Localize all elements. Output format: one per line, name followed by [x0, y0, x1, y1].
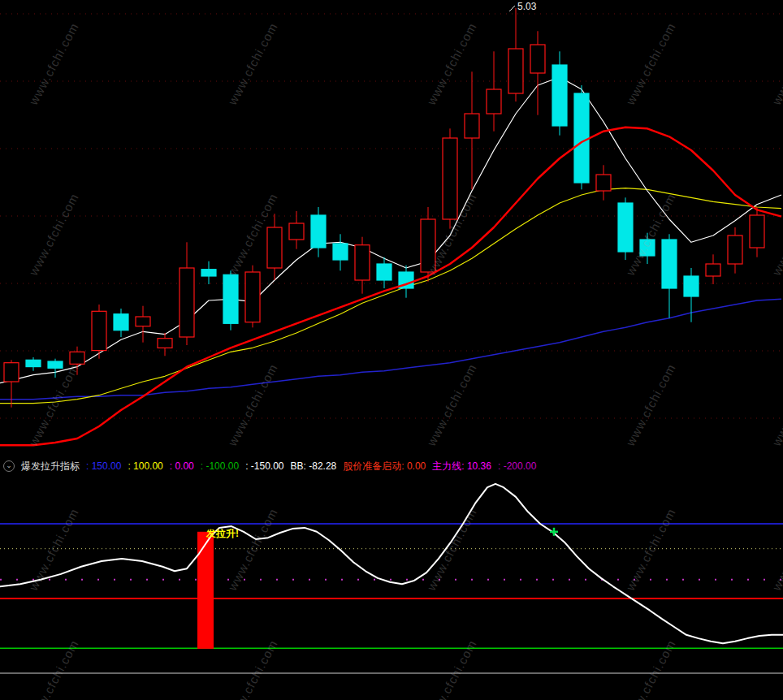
candle-down: [377, 257, 392, 288]
candle-up: [508, 8, 523, 102]
candle-up: [487, 51, 501, 131]
stock-chart-screen: 5.03 ⌄ 爆发拉升指标 : 150.00: 100.00: 0.00: -1…: [0, 0, 783, 700]
indicator-value-3: : -100.00: [201, 458, 239, 474]
indicator-header[interactable]: ⌄ 爆发拉升指标 : 150.00: 100.00: 0.00: -100.00…: [0, 458, 783, 474]
signal-bar: [197, 532, 214, 649]
candle-up: [180, 242, 194, 345]
candle-up: [289, 211, 304, 249]
candle-up: [245, 266, 260, 328]
indicator-value-5: BB: -82.28: [291, 458, 337, 474]
collapse-icon[interactable]: ⌄: [3, 460, 15, 472]
candlestick-chart: [0, 0, 783, 458]
candle-up: [596, 165, 611, 200]
candle-down: [333, 234, 348, 270]
candle-down: [201, 261, 216, 284]
candle-down: [574, 85, 589, 189]
candle-up: [267, 214, 282, 280]
indicator-value-0: : 150.00: [86, 458, 121, 474]
candle-up: [750, 207, 764, 257]
candle-up: [92, 305, 106, 359]
candle-up: [706, 254, 720, 284]
ma-white: [0, 77, 781, 383]
signal-label: 发拉升!: [206, 527, 239, 541]
indicator-value-8: : -200.00: [498, 458, 536, 474]
peak-price-label: 5.03: [517, 1, 536, 12]
candle-down: [552, 51, 567, 135]
candle-up: [70, 347, 84, 375]
price-chart-pane[interactable]: 5.03: [0, 0, 783, 458]
indicator-value-4: : -150.00: [245, 458, 283, 474]
candle-down: [26, 357, 41, 371]
candle-up: [465, 71, 479, 189]
candle-down: [640, 233, 655, 264]
candle-down: [662, 234, 677, 318]
indicator-value-6: 股价准备启动: 0.00: [343, 458, 426, 474]
candle-up: [4, 360, 19, 407]
candle-up: [728, 227, 742, 274]
indicator-value-2: : 0.00: [170, 458, 194, 474]
candle-up: [158, 333, 172, 356]
indicator-title: 爆发拉升指标: [21, 458, 80, 474]
candle-down: [48, 359, 63, 378]
indicator-chart: [0, 474, 783, 700]
ma-yellow: [0, 188, 781, 404]
indicator-value-1: : 100.00: [128, 458, 162, 474]
peak-pointer: [509, 6, 515, 11]
candle-down: [311, 207, 326, 257]
candle-down: [223, 270, 238, 330]
candle-down: [618, 197, 633, 260]
indicator-value-7: 主力线: 10.36: [432, 458, 491, 474]
candle-up: [443, 128, 457, 228]
candle-up: [355, 237, 370, 294]
main-force-line: [0, 484, 783, 643]
indicator-pane[interactable]: 发拉升!: [0, 474, 783, 700]
candle-up: [421, 207, 435, 282]
candle-up: [530, 31, 545, 115]
candle-up: [136, 306, 150, 343]
candle-down: [114, 309, 128, 337]
